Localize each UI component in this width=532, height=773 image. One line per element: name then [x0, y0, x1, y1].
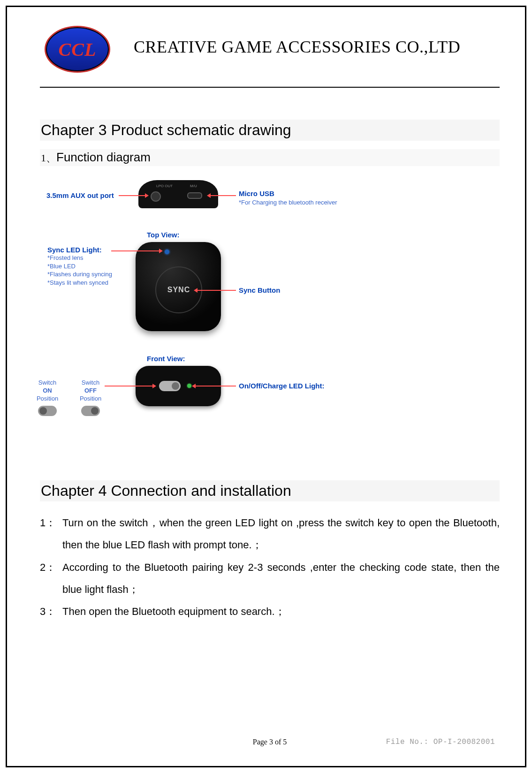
item3-text: Then open the Bluetooth equipment to sea…: [62, 600, 500, 622]
logo: CCL: [45, 26, 110, 73]
header-divider: [40, 87, 500, 88]
chapter4-item-3: 3： Then open the Bluetooth equipment to …: [40, 600, 500, 622]
top-view-caption: Top View:: [147, 231, 179, 239]
switch-off-icon: [81, 406, 100, 416]
arrow-sync-btn-icon: [195, 290, 236, 291]
logo-text: CCL: [45, 26, 110, 73]
aux-caption: 3.5mm AUX out port: [46, 191, 114, 199]
switch-on-caption: Switch ON Position: [30, 379, 64, 416]
switch-off-line3: Position: [80, 395, 101, 402]
arrow-front-switch-icon: [105, 386, 155, 386]
switch-on-line1: Switch: [38, 379, 56, 386]
section1-number: 1、: [41, 152, 56, 164]
sync-led-line-0: *Frosted lens: [47, 254, 112, 262]
sync-led-caption: Sync LED Light: *Frosted lens *Blue LED …: [47, 246, 112, 287]
switch-off-line2: OFF: [74, 387, 107, 395]
micro-usb-port-icon: [187, 192, 202, 199]
front-switch-icon: [159, 381, 181, 391]
arrow-sync-led-icon: [111, 250, 162, 251]
content: Chapter 3 Product schematic drawing 1、Fu…: [40, 106, 500, 622]
arrow-aux-icon: [119, 195, 148, 196]
arrow-onoff-icon: [193, 386, 236, 386]
device-edge-view: [138, 180, 218, 208]
switch-on-line2: ON: [30, 387, 64, 395]
function-diagram: LPO OUT M/U 3.5mm AUX out port Micro USB…: [26, 180, 364, 462]
chapter4-item-2: 2： According to the Bluetooth pairing ke…: [40, 556, 500, 601]
switch-off-line1: Switch: [82, 379, 99, 386]
switch-off-caption: Switch OFF Position: [74, 379, 107, 416]
sync-led-line-2: *Flashes during syncing: [47, 270, 112, 279]
sync-led-title: Sync LED Light:: [47, 246, 112, 254]
item3-number: 3：: [40, 600, 57, 622]
item2-number: 2：: [40, 556, 57, 601]
edge-label-right: M/U: [190, 184, 197, 188]
page-border: CCL CREATIVE GAME ACCESSORIES CO.,LTD Ch…: [6, 6, 526, 767]
chapter4-heading: Chapter 4 Connection and installation: [40, 480, 500, 501]
item1-text: Turn on the switch，when the green LED li…: [62, 512, 500, 556]
aux-port-icon: [151, 191, 161, 202]
chapter4-body: 1： Turn on the switch，when the green LED…: [40, 512, 500, 622]
switch-on-line3: Position: [37, 395, 58, 402]
arrow-usb-icon: [208, 195, 236, 196]
front-view-caption: Front View:: [147, 355, 185, 363]
footer: Page 3 of 5 File No.: OP-I-20082001: [40, 738, 500, 752]
item2-text: According to the Bluetooth pairing key 2…: [62, 556, 500, 601]
sync-button-caption: Sync Button: [239, 286, 280, 294]
file-number: File No.: OP-I-20082001: [386, 738, 495, 746]
section1-label: Function diagram: [56, 150, 151, 164]
front-led-icon: [187, 384, 191, 388]
chapter4-item-1: 1： Turn on the switch，when the green LED…: [40, 512, 500, 556]
edge-label-left: LPO OUT: [156, 184, 173, 188]
company-name: CREATIVE GAME ACCESSORIES CO.,LTD: [134, 37, 460, 57]
onoff-led-caption: On/Off/Charge LED Light:: [239, 382, 324, 390]
chapter3-heading: Chapter 3 Product schematic drawing: [40, 120, 500, 141]
sync-led-line-1: *Blue LED: [47, 262, 112, 271]
sync-led-line-3: *Stays lit when synced: [47, 279, 112, 287]
switch-on-icon: [38, 406, 57, 416]
usb-caption: Micro USB: [239, 189, 274, 197]
item1-number: 1：: [40, 512, 57, 556]
chapter3-section1-heading: 1、Function diagram: [40, 149, 500, 166]
header: CCL CREATIVE GAME ACCESSORIES CO.,LTD: [35, 26, 504, 82]
usb-sub-caption: *For Charging the bluetooth receiver: [239, 199, 337, 206]
sync-led-icon: [165, 250, 169, 254]
